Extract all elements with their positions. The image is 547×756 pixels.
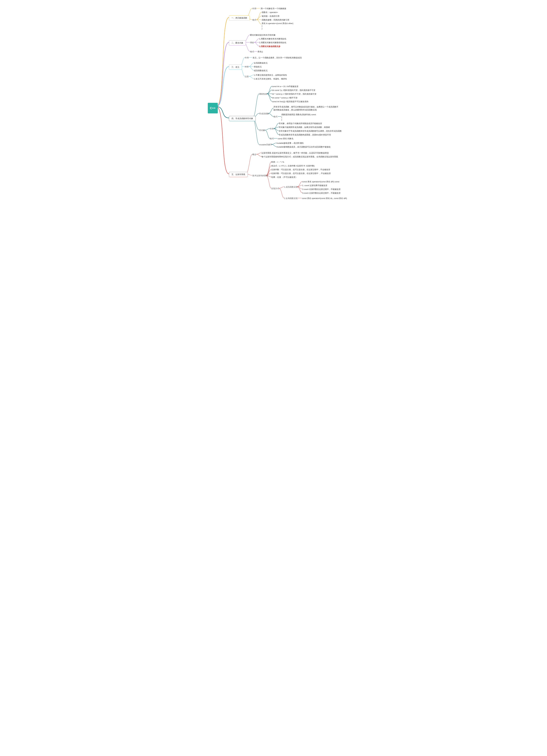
b5-s2-l3: 左操作数：可以是左值，也可以是右值，在运算过程中，不会被改变: [271, 168, 330, 171]
b1-s2-l4: 类名 & operator=(const 类名& other) { }: [262, 22, 293, 30]
b4-s4-label: mutable关键字: [259, 143, 272, 146]
b3-s3-l1: 1.不要过度的使用友元，会降低封装性: [254, 74, 287, 77]
b4-s3-a-l3: 非常对象对于常成员函数和非常成员函数都可以调用，优先非常成员函数: [279, 130, 342, 133]
b4-s1-label: 课前热身: [259, 93, 267, 96]
b4-s1-l4: int const * const p; //都不可变: [272, 96, 297, 99]
branch-2: 二、匿名对象: [229, 40, 246, 46]
b1-s2-l3: 函数的参数：同类的类对象引用: [262, 18, 289, 21]
b2-s3-label: 格式: [250, 50, 254, 53]
b5-s2-l6-a-label: 1.成员函数实现: [284, 186, 297, 189]
b3-s2-label: 种类: [245, 65, 249, 68]
b1-s2-l2: 返回值：自身的引用: [262, 15, 279, 18]
branch-1: 一、拷贝赋值函数: [229, 15, 250, 21]
b5-s2-l6-a-l1: const 类名 operator#(const 类名 &R) const: [302, 180, 339, 183]
branch-4: 四、常成员函数和常对象: [229, 116, 256, 121]
b2-s3-leaf: 类名(): [258, 50, 263, 53]
b5-s2-l4: 右操作数：可以是左值，也可以是右值，在运算过程中 ，不会被改变: [271, 172, 331, 175]
b5-s1-l1: 运算符重载 就是对运算符重新定义，赋予另一种功能，以适应不同的数据类型: [262, 152, 329, 155]
b1-s2-l1: 函数名：operator=: [262, 11, 278, 14]
b4-s1-l3: int * const p; // 指针的指向不可变，指向里的值可变: [272, 93, 316, 96]
b1-s1-label: 作用: [252, 7, 256, 10]
b4-s1-l5: const int fun(){} //返回值是不可以被改变的: [272, 100, 308, 103]
b5-s2-l6-label: 实现方式: [271, 187, 279, 190]
b5-s2-l6-a-l2: 1. cosnt 运算结果不能被改变: [302, 184, 327, 187]
b4-s3-b-label: 格式: [270, 137, 274, 140]
b5-s2-l5: 结果：右值 （不可以被改变）: [271, 176, 297, 179]
b3-s3-label: 注意: [245, 75, 249, 78]
b2-s2-label: 用处: [250, 41, 254, 44]
b5-s2-l6-a-l4: 3.cosnt 左操作数在运算过程中，不能被改变: [302, 192, 340, 195]
b4-s3-b-leaf: const 类名 对象名;: [278, 137, 294, 140]
b1-s1-leaf: 用一个对象给另一个对象赋值: [261, 7, 286, 10]
b5-s2-l6-b-label: 2.全局函数实现: [284, 197, 297, 200]
b5-s1-label: 概念: [252, 153, 256, 156]
b1-s2-label: 格式: [252, 18, 256, 21]
b5-s1-l2: 每个运算符重载都有两种实现方式：成员函数实现运算符重载、全局函数实现运算符重载: [262, 155, 338, 158]
b4-s2-l1: 所有非常成员函数，都可以对数据成员进行修改，如果想让一个成员函数不能对数据成员修…: [274, 105, 340, 111]
b3-s2-l3: 成员函数做友元: [254, 69, 268, 72]
b4-s1-l1: const int a = 10; //a不能被改变: [272, 85, 298, 88]
b5-s2-l2: 表达式：L # R ( L: 左操作数 #运算符 R: 右操作数): [271, 164, 314, 167]
b4-s4-l1: mutable修饰变量 ---取消常属性: [276, 142, 304, 145]
b5-s2-l6-a-l3: 2.cosnt 右操作数在运算过程中，不能被改变: [302, 188, 340, 191]
b4-s2-label: 常成员函数: [259, 112, 269, 115]
b2-s2-l1: 1.用匿名对象给有名对象初始化: [259, 37, 286, 40]
branch-3: 三、友元: [229, 65, 242, 70]
b4-s4-l2: mutable修饰数据成员，表示该数据可以在常成员函数中被修改: [276, 145, 330, 148]
b4-s3-a-l2: 常对象只能调用常成员函数，如果没有常成员函数，则报错: [279, 126, 330, 129]
b3-s2-l1: 全局函数做友元: [254, 62, 268, 65]
b5-s2-label: 算术运算符的重载: [252, 174, 268, 177]
b5-s2-l1: 种类：+ - * / %: [271, 161, 284, 164]
b3-s1-label: 作用: [245, 56, 249, 59]
b3-s1-leaf: 友元，让一个函数或者类，访问另一个类的私有数据成员: [253, 56, 302, 59]
mindmap: C++ 一、拷贝赋值函数 作用 用一个对象给另一个对象赋值 格式 函数名：ope…: [206, 3, 341, 203]
b3-s3-l2: 2.友元不具有交换性、传递性、继承性: [254, 77, 287, 80]
b5-s2-l6-b-leaf: const 类名 operator#(const 类名 &L, const 类名…: [302, 197, 347, 200]
b4-s2-l2-label: 格式: [274, 115, 277, 118]
b3-s2-l2: 类做友元: [254, 65, 262, 68]
b4-s3-a-label: 作用: [270, 127, 274, 130]
b2-s2-l3: 3.用匿名对象做函数实参: [259, 45, 280, 48]
b2-s1: 匿名对象就是没有名字的对象: [250, 34, 275, 37]
b4-s3-label: 常对象: [259, 129, 265, 132]
b4-s2-l2-leaf: 函数返回值类型 函数名(形参列表) const { }: [281, 113, 316, 121]
b2-s2-l2: 2.用匿名对象给对象数组初始化: [259, 41, 286, 44]
branch-5: 五、运算符重载: [229, 172, 248, 177]
b4-s1-l2: int const *p; //指针的指向可变，指向里的值不可变: [272, 89, 315, 92]
b4-s3-a-l4: 常成员函数和非常成员函数构成重载，原因this指针类型不同: [279, 133, 331, 136]
b4-s3-a-l1: 常对象，表明这个对象的所有数据成员不能被改变: [279, 122, 322, 125]
root-node: C++: [208, 103, 218, 113]
